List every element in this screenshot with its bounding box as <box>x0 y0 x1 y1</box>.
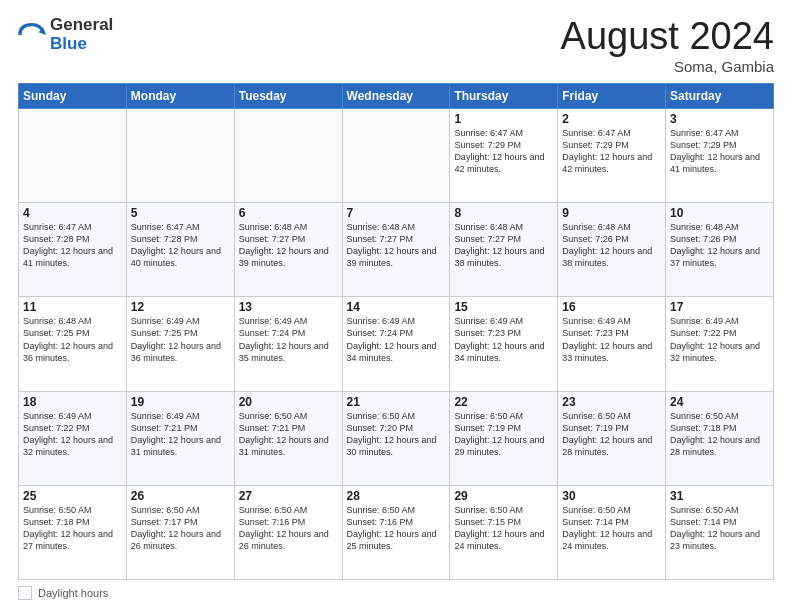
table-row: 29 Sunrise: 6:50 AMSunset: 7:15 PMDaylig… <box>450 485 558 579</box>
day-number: 9 <box>562 206 661 220</box>
calendar-table: Sunday Monday Tuesday Wednesday Thursday… <box>18 83 774 580</box>
day-info: Sunrise: 6:47 AMSunset: 7:29 PMDaylight:… <box>670 127 769 176</box>
day-number: 31 <box>670 489 769 503</box>
day-number: 3 <box>670 112 769 126</box>
day-number: 26 <box>131 489 230 503</box>
table-row: 12 Sunrise: 6:49 AMSunset: 7:25 PMDaylig… <box>126 297 234 391</box>
calendar-week-row: 4 Sunrise: 6:47 AMSunset: 7:28 PMDayligh… <box>19 203 774 297</box>
day-number: 6 <box>239 206 338 220</box>
day-info: Sunrise: 6:50 AMSunset: 7:16 PMDaylight:… <box>347 504 446 553</box>
day-number: 20 <box>239 395 338 409</box>
table-row: 15 Sunrise: 6:49 AMSunset: 7:23 PMDaylig… <box>450 297 558 391</box>
day-number: 13 <box>239 300 338 314</box>
table-row: 9 Sunrise: 6:48 AMSunset: 7:26 PMDayligh… <box>558 203 666 297</box>
calendar-header-row: Sunday Monday Tuesday Wednesday Thursday… <box>19 83 774 108</box>
header-friday: Friday <box>558 83 666 108</box>
table-row: 28 Sunrise: 6:50 AMSunset: 7:16 PMDaylig… <box>342 485 450 579</box>
day-info: Sunrise: 6:49 AMSunset: 7:22 PMDaylight:… <box>23 410 122 459</box>
calendar-week-row: 11 Sunrise: 6:48 AMSunset: 7:25 PMDaylig… <box>19 297 774 391</box>
table-row: 23 Sunrise: 6:50 AMSunset: 7:19 PMDaylig… <box>558 391 666 485</box>
day-number: 1 <box>454 112 553 126</box>
day-number: 30 <box>562 489 661 503</box>
day-number: 24 <box>670 395 769 409</box>
day-info: Sunrise: 6:47 AMSunset: 7:28 PMDaylight:… <box>23 221 122 270</box>
table-row: 31 Sunrise: 6:50 AMSunset: 7:14 PMDaylig… <box>666 485 774 579</box>
day-info: Sunrise: 6:50 AMSunset: 7:15 PMDaylight:… <box>454 504 553 553</box>
day-number: 17 <box>670 300 769 314</box>
day-info: Sunrise: 6:48 AMSunset: 7:27 PMDaylight:… <box>454 221 553 270</box>
calendar-week-row: 1 Sunrise: 6:47 AMSunset: 7:29 PMDayligh… <box>19 108 774 202</box>
day-info: Sunrise: 6:48 AMSunset: 7:27 PMDaylight:… <box>347 221 446 270</box>
table-row: 19 Sunrise: 6:49 AMSunset: 7:21 PMDaylig… <box>126 391 234 485</box>
table-row: 27 Sunrise: 6:50 AMSunset: 7:16 PMDaylig… <box>234 485 342 579</box>
header-sunday: Sunday <box>19 83 127 108</box>
table-row: 20 Sunrise: 6:50 AMSunset: 7:21 PMDaylig… <box>234 391 342 485</box>
table-row: 2 Sunrise: 6:47 AMSunset: 7:29 PMDayligh… <box>558 108 666 202</box>
calendar-location: Soma, Gambia <box>561 58 774 75</box>
day-info: Sunrise: 6:48 AMSunset: 7:26 PMDaylight:… <box>562 221 661 270</box>
day-info: Sunrise: 6:49 AMSunset: 7:24 PMDaylight:… <box>347 315 446 364</box>
day-info: Sunrise: 6:47 AMSunset: 7:29 PMDaylight:… <box>562 127 661 176</box>
day-info: Sunrise: 6:50 AMSunset: 7:20 PMDaylight:… <box>347 410 446 459</box>
logo: General Blue <box>18 16 113 53</box>
day-number: 15 <box>454 300 553 314</box>
table-row: 10 Sunrise: 6:48 AMSunset: 7:26 PMDaylig… <box>666 203 774 297</box>
table-row: 3 Sunrise: 6:47 AMSunset: 7:29 PMDayligh… <box>666 108 774 202</box>
day-number: 29 <box>454 489 553 503</box>
header-wednesday: Wednesday <box>342 83 450 108</box>
day-number: 19 <box>131 395 230 409</box>
day-info: Sunrise: 6:50 AMSunset: 7:17 PMDaylight:… <box>131 504 230 553</box>
page-header: General Blue August 2024 Soma, Gambia <box>18 16 774 75</box>
calendar-title: August 2024 <box>561 16 774 58</box>
table-row: 25 Sunrise: 6:50 AMSunset: 7:18 PMDaylig… <box>19 485 127 579</box>
table-row: 14 Sunrise: 6:49 AMSunset: 7:24 PMDaylig… <box>342 297 450 391</box>
table-row: 4 Sunrise: 6:47 AMSunset: 7:28 PMDayligh… <box>19 203 127 297</box>
day-info: Sunrise: 6:49 AMSunset: 7:23 PMDaylight:… <box>562 315 661 364</box>
day-number: 18 <box>23 395 122 409</box>
table-row: 18 Sunrise: 6:49 AMSunset: 7:22 PMDaylig… <box>19 391 127 485</box>
table-row: 11 Sunrise: 6:48 AMSunset: 7:25 PMDaylig… <box>19 297 127 391</box>
day-number: 22 <box>454 395 553 409</box>
day-number: 16 <box>562 300 661 314</box>
day-number: 23 <box>562 395 661 409</box>
day-number: 25 <box>23 489 122 503</box>
day-info: Sunrise: 6:49 AMSunset: 7:22 PMDaylight:… <box>670 315 769 364</box>
calendar-week-row: 18 Sunrise: 6:49 AMSunset: 7:22 PMDaylig… <box>19 391 774 485</box>
day-info: Sunrise: 6:50 AMSunset: 7:18 PMDaylight:… <box>23 504 122 553</box>
day-number: 4 <box>23 206 122 220</box>
day-number: 2 <box>562 112 661 126</box>
header-monday: Monday <box>126 83 234 108</box>
daylight-legend-box <box>18 586 32 600</box>
table-row: 26 Sunrise: 6:50 AMSunset: 7:17 PMDaylig… <box>126 485 234 579</box>
table-row: 13 Sunrise: 6:49 AMSunset: 7:24 PMDaylig… <box>234 297 342 391</box>
day-number: 8 <box>454 206 553 220</box>
table-row: 6 Sunrise: 6:48 AMSunset: 7:27 PMDayligh… <box>234 203 342 297</box>
table-row: 8 Sunrise: 6:48 AMSunset: 7:27 PMDayligh… <box>450 203 558 297</box>
table-row: 16 Sunrise: 6:49 AMSunset: 7:23 PMDaylig… <box>558 297 666 391</box>
day-info: Sunrise: 6:50 AMSunset: 7:14 PMDaylight:… <box>670 504 769 553</box>
day-number: 12 <box>131 300 230 314</box>
table-row: 5 Sunrise: 6:47 AMSunset: 7:28 PMDayligh… <box>126 203 234 297</box>
day-number: 5 <box>131 206 230 220</box>
day-info: Sunrise: 6:50 AMSunset: 7:19 PMDaylight:… <box>454 410 553 459</box>
day-info: Sunrise: 6:49 AMSunset: 7:25 PMDaylight:… <box>131 315 230 364</box>
header-tuesday: Tuesday <box>234 83 342 108</box>
table-row: 24 Sunrise: 6:50 AMSunset: 7:18 PMDaylig… <box>666 391 774 485</box>
table-row: 22 Sunrise: 6:50 AMSunset: 7:19 PMDaylig… <box>450 391 558 485</box>
header-thursday: Thursday <box>450 83 558 108</box>
table-row: 21 Sunrise: 6:50 AMSunset: 7:20 PMDaylig… <box>342 391 450 485</box>
day-number: 28 <box>347 489 446 503</box>
calendar-footer: Daylight hours <box>18 586 774 600</box>
day-info: Sunrise: 6:47 AMSunset: 7:28 PMDaylight:… <box>131 221 230 270</box>
title-block: August 2024 Soma, Gambia <box>561 16 774 75</box>
day-number: 27 <box>239 489 338 503</box>
table-row <box>126 108 234 202</box>
day-info: Sunrise: 6:49 AMSunset: 7:23 PMDaylight:… <box>454 315 553 364</box>
day-info: Sunrise: 6:50 AMSunset: 7:18 PMDaylight:… <box>670 410 769 459</box>
table-row <box>234 108 342 202</box>
table-row: 30 Sunrise: 6:50 AMSunset: 7:14 PMDaylig… <box>558 485 666 579</box>
day-info: Sunrise: 6:48 AMSunset: 7:27 PMDaylight:… <box>239 221 338 270</box>
logo-general-text: General <box>50 16 113 35</box>
day-info: Sunrise: 6:50 AMSunset: 7:14 PMDaylight:… <box>562 504 661 553</box>
table-row: 1 Sunrise: 6:47 AMSunset: 7:29 PMDayligh… <box>450 108 558 202</box>
